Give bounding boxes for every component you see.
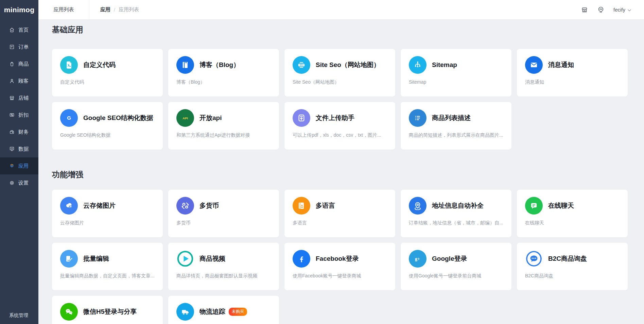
sidebar-item-orders[interactable]: 订单 xyxy=(0,38,38,55)
app-card-head: ¥$ 多货币 xyxy=(176,197,271,215)
app-card-blog[interactable]: 博客（Blog） 博客（Blog） xyxy=(168,49,279,97)
sidebar-item-discount[interactable]: 折扣 xyxy=(0,106,38,123)
app-description: 消息通知 xyxy=(525,79,620,85)
sidebar-nav: 首页 订单 商品 顾客 店铺 折扣 财务 数据 应用 设置 xyxy=(0,20,38,312)
svg-text:¥: ¥ xyxy=(183,203,185,206)
customers-icon xyxy=(9,78,15,84)
sidebar-footer-system-admin[interactable]: 系统管理 xyxy=(0,312,38,324)
sidebar-item-label: 订单 xyxy=(18,44,29,50)
tab-app-list[interactable]: 应用列表 xyxy=(38,0,89,19)
app-title-text: Google登录 xyxy=(432,254,467,263)
app-card-file-upload[interactable]: 文件上传助手 可以上传pdf，xls，doc，csv，txt，图片... xyxy=(284,102,395,150)
app-title-text: 博客（Blog） xyxy=(199,61,240,69)
google-g-icon: G xyxy=(60,109,78,127)
app-card-facebook-login[interactable]: Facebook登录 使用Facebook账号一键登录商城 xyxy=(284,243,395,290)
sidebar: minimog 首页 订单 商品 顾客 店铺 折扣 财务 数据 应用 设置 系统… xyxy=(0,0,38,324)
account-name: fecify xyxy=(613,7,625,13)
inquiry-chat-icon xyxy=(525,250,543,268)
seo-badge-icon: SEO xyxy=(293,56,310,74)
app-title: Facebook登录 xyxy=(316,254,359,263)
app-card-head: G Google SEO结构化数据 xyxy=(60,109,155,127)
settings-icon xyxy=(9,180,15,186)
app-card-head: Facebook登录 xyxy=(293,250,387,268)
app-card-logistics-tracking[interactable]: 物流追踪未购买 xyxy=(168,296,279,324)
app-description: 可以上传pdf，xls，doc，csv，txt，图片... xyxy=(293,132,387,138)
app-card-batch-edit[interactable]: 批量编辑 批量编辑商品数据，自定义页面，博客文章... xyxy=(52,243,163,290)
app-card-open-api[interactable]: API 开放api 和第三方系统通过Api进行数据对接 xyxy=(168,102,279,150)
app-card-product-video[interactable]: 商品视频 商品详情页，商品橱窗图默认显示视频 xyxy=(168,243,279,290)
mail-icon xyxy=(525,56,543,74)
video-play-icon xyxy=(176,250,194,268)
app-card-address-autocomplete[interactable]: 地址信息自动补全 订单结账，地址信息（省，城市，邮编）自... xyxy=(401,190,511,237)
app-card-wechat-login[interactable]: 微信H5登录与分享 xyxy=(52,296,163,324)
app-card-google-seo[interactable]: G Google SEO结构化数据 Google SEO结构化数据 xyxy=(52,102,163,150)
app-title: 微信H5登录与分享 xyxy=(83,307,137,316)
sidebar-item-data[interactable]: 数据 xyxy=(0,140,38,157)
app-title: 物流追踪未购买 xyxy=(199,307,247,316)
app-title-text: 云存储图片 xyxy=(83,201,116,210)
svg-text:G: G xyxy=(67,115,71,121)
sidebar-item-label: 顾客 xyxy=(18,78,29,84)
app-title-text: 商品列表描述 xyxy=(432,114,471,122)
svg-text:$: $ xyxy=(186,206,188,209)
sidebar-item-label: 首页 xyxy=(18,27,29,33)
breadcrumb-current: 应用列表 xyxy=(119,6,139,13)
svg-text:A: A xyxy=(301,204,303,207)
app-card-multi-currency[interactable]: ¥$ 多货币 多货币 xyxy=(168,190,279,237)
app-card-multi-language[interactable]: A 多语言 多语言 xyxy=(284,190,395,237)
app-card-head: 地址信息自动补全 xyxy=(409,197,503,215)
storefront-icon[interactable] xyxy=(581,6,588,14)
account-menu[interactable]: fecify xyxy=(613,7,631,13)
app-card-product-list-desc[interactable]: 商品列表描述 商品的简短描述，列表形式展示在商品图片... xyxy=(401,102,511,150)
sidebar-item-finance[interactable]: 财务 xyxy=(0,123,38,140)
sidebar-item-label: 财务 xyxy=(18,129,29,135)
app-description: Sitemap xyxy=(409,79,503,85)
app-grid: 云存储图片 云存储图片 ¥$ 多货币 多货币 A 多语言 多语言 地址信息自动补… xyxy=(52,190,628,324)
app-card-cloud-images[interactable]: 云存储图片 云存储图片 xyxy=(52,190,163,237)
truck-icon xyxy=(176,303,194,321)
app-title: Google SEO结构化数据 xyxy=(83,114,153,122)
svg-text:API: API xyxy=(182,117,188,120)
app-card-b2c-inquiry[interactable]: B2C商品询盘 B2C商品询盘 xyxy=(517,243,628,290)
chevron-down-icon xyxy=(628,7,631,13)
svg-text:g+: g+ xyxy=(415,256,420,261)
app-card-google-login[interactable]: g+ Google登录 使用Google账号一键登录前台商城 xyxy=(401,243,511,290)
sidebar-item-apps[interactable]: 应用 xyxy=(0,157,38,174)
app-card-sitemap[interactable]: Sitemap Sitemap xyxy=(401,49,511,97)
app-card-notifications[interactable]: 消息通知 消息通知 xyxy=(517,49,628,97)
orders-icon xyxy=(9,44,15,50)
app-description: 使用Facebook账号一键登录商城 xyxy=(293,273,387,279)
app-title: 商品视频 xyxy=(199,254,225,263)
store-icon xyxy=(9,95,15,101)
cloud-image-icon xyxy=(60,197,78,215)
app-card-head: 消息通知 xyxy=(525,56,620,74)
breadcrumb: 应用 / 应用列表 xyxy=(100,6,139,13)
sidebar-item-settings[interactable]: 设置 xyxy=(0,174,38,191)
app-title: 开放api xyxy=(199,114,222,122)
app-title: 多货币 xyxy=(199,201,219,210)
sidebar-item-store[interactable]: 店铺 xyxy=(0,89,38,106)
app-description: 云存储图片 xyxy=(60,220,155,226)
section-title: 功能增强 xyxy=(52,169,628,180)
app-card-online-chat[interactable]: 在线聊天 在线聊天 xyxy=(517,190,628,237)
map-pin-icon xyxy=(409,197,427,215)
app-description: 商品详情页，商品橱窗图默认显示视频 xyxy=(176,273,271,279)
app-title-text: 开放api xyxy=(199,114,222,122)
app-title-text: 微信H5登录与分享 xyxy=(83,307,137,316)
sidebar-item-products[interactable]: 商品 xyxy=(0,55,38,72)
breadcrumb-parent[interactable]: 应用 xyxy=(100,6,110,13)
brand-logo: minimog xyxy=(0,0,38,20)
app-description: 多货币 xyxy=(176,220,271,226)
home-icon xyxy=(9,27,15,33)
svg-text:SEO: SEO xyxy=(299,64,304,66)
app-description: 自定义代码 xyxy=(60,79,155,85)
app-card-custom-code[interactable]: 自定义代码 自定义代码 xyxy=(52,49,163,97)
sidebar-item-home[interactable]: 首页 xyxy=(0,21,38,38)
topbar-right: EN fecify xyxy=(581,6,644,14)
app-card-site-seo[interactable]: SEO Site Seo（网站地图） Site Seo（网站地图） xyxy=(284,49,395,97)
language-en-icon[interactable]: EN xyxy=(597,6,605,14)
sidebar-item-customers[interactable]: 顾客 xyxy=(0,72,38,89)
chat-lines-icon xyxy=(525,197,543,215)
wechat-icon xyxy=(60,303,78,321)
app-description: 多语言 xyxy=(293,220,387,226)
